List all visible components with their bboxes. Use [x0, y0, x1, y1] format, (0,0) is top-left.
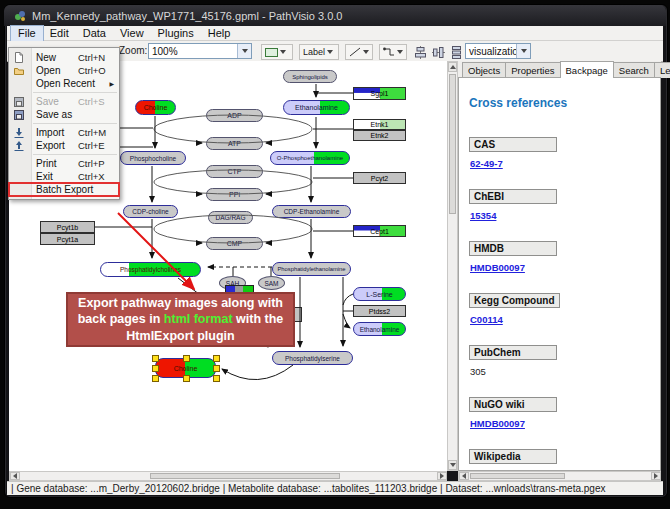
status-bar: | Gene database: ...m_Derby_20120602.bri…	[7, 481, 663, 495]
pathway-node-choline-top[interactable]: Choline	[135, 100, 176, 115]
tab-backpage[interactable]: Backpage	[560, 61, 614, 78]
line-tool-button[interactable]	[345, 44, 373, 60]
selection-handle[interactable]	[213, 375, 220, 382]
tab-objects[interactable]: Objects	[462, 62, 506, 78]
tab-legend[interactable]: Legend	[654, 62, 670, 78]
file-menu-item-open-recent[interactable]: Open Recent▶	[9, 77, 119, 90]
menubar-item-help[interactable]: Help	[201, 26, 238, 41]
scroll-right-icon[interactable]	[437, 472, 447, 480]
file-menu-item-save[interactable]: SaveCtrl+S	[9, 95, 119, 108]
vertical-scroll-thumb[interactable]	[449, 74, 456, 214]
menu-shortcut: Ctrl+N	[78, 52, 114, 63]
panel-scroll-left-icon[interactable]	[459, 472, 469, 480]
tab-search[interactable]: Search	[613, 62, 655, 78]
stack-vertical-button[interactable]	[447, 44, 465, 60]
menubar-item-edit[interactable]: Edit	[43, 26, 76, 41]
blank-icon	[13, 77, 27, 90]
pathway-node-phosphatidylcholines[interactable]: Phosphatidylcholines	[100, 262, 201, 277]
xref-header-wikipedia: Wikipedia	[469, 449, 557, 464]
file-menu-item-new[interactable]: NewCtrl+N	[9, 51, 119, 64]
menu-item-label: Save as	[36, 109, 78, 120]
pathway-node-cdp-choline[interactable]: CDP-choline	[123, 205, 178, 218]
pathway-node-phosphocholine[interactable]: Phosphocholine	[120, 151, 186, 165]
pathway-node-cmp[interactable]: CMP	[206, 237, 263, 250]
title-bar[interactable]: Mm_Kennedy_pathway_WP1771_45176.gpml - P…	[4, 5, 666, 26]
visualization-dropdown-icon[interactable]	[516, 44, 530, 58]
zoom-combobox[interactable]: 100%	[148, 43, 252, 59]
xref-value-cas[interactable]: 62-49-7	[470, 158, 503, 169]
pathway-node-sphingolipids[interactable]: Sphingolipids	[283, 70, 337, 83]
xref-header-cas: CAS	[469, 137, 557, 152]
scroll-left-icon[interactable]	[10, 472, 20, 480]
horizontal-scroll-thumb[interactable]	[150, 473, 340, 479]
menubar-item-view[interactable]: View	[113, 26, 151, 41]
annotation-callout: Export pathway images along with back pa…	[66, 292, 295, 347]
pathway-node-ctp[interactable]: CTP	[206, 165, 263, 178]
file-menu-item-export[interactable]: ExportCtrl+E	[9, 139, 119, 152]
side-panel: ObjectsPropertiesBackpageSearchLegend Cr…	[458, 61, 661, 471]
file-menu-item-batch-export[interactable]: Batch Export	[9, 183, 119, 196]
panel-scroll-thumb[interactable]	[470, 473, 565, 479]
pathway-node-etnk2[interactable]: Etnk2	[353, 130, 406, 141]
pathway-node-pcyt1b[interactable]: Pcyt1b	[40, 221, 95, 233]
xref-value-chebi[interactable]: 15354	[470, 210, 496, 221]
selection-handle[interactable]	[152, 365, 159, 372]
xref-value-nugo-wiki[interactable]: HMDB00097	[470, 418, 525, 429]
connector-tool-button[interactable]	[379, 44, 407, 60]
selection-handle[interactable]	[213, 355, 220, 362]
visualization-combobox[interactable]: visualization	[465, 43, 531, 59]
pathway-node-ethanolamine-top[interactable]: Ethanolamine	[283, 100, 350, 115]
pathway-node-ppi[interactable]: PPi	[206, 188, 263, 201]
pathway-node-ethanolamine-low[interactable]: Ethanolamine	[353, 322, 406, 336]
file-menu-item-print[interactable]: PrintCtrl+P	[9, 157, 119, 170]
panel-scroll-right-icon[interactable]	[651, 472, 661, 480]
scroll-up-icon[interactable]	[448, 62, 457, 72]
pathway-node-sgpl1[interactable]: Sgpl1	[353, 87, 406, 100]
connector-icon	[383, 47, 395, 57]
canvas-vertical-scrollbar[interactable]	[447, 61, 458, 471]
menubar-item-file[interactable]: File	[11, 26, 43, 41]
xref-value-hmdb[interactable]: HMDB00097	[470, 262, 525, 273]
pathway-node-ptdss2[interactable]: Ptdss2	[353, 305, 406, 317]
selection-handle[interactable]	[152, 355, 159, 362]
pathway-node-pcyt1a[interactable]: Pcyt1a	[40, 233, 95, 245]
tab-properties[interactable]: Properties	[505, 62, 560, 78]
file-menu-item-save-as[interactable]: Save as	[9, 108, 119, 121]
selection-handle[interactable]	[183, 375, 190, 382]
pathway-node-dag[interactable]: DAG/RAG	[208, 211, 253, 224]
side-panel-tabs: ObjectsPropertiesBackpageSearchLegend	[458, 61, 661, 78]
import-icon	[13, 126, 27, 139]
pathway-node-phosphatidylserine[interactable]: Phosphatidylserine	[272, 351, 353, 365]
file-menu-item-open[interactable]: OpenCtrl+O	[9, 64, 119, 77]
pathway-node-pcyt2[interactable]: Pcyt2	[353, 172, 406, 184]
menubar-item-data[interactable]: Data	[76, 26, 113, 41]
pathway-node-o-phosphoethanolamine[interactable]: O-Phosphoethanolamine	[270, 151, 350, 165]
selection-handle[interactable]	[152, 375, 159, 382]
label-tool-button[interactable]: Label	[299, 44, 339, 60]
menu-shortcut: Ctrl+P	[78, 158, 114, 169]
file-menu-item-exit[interactable]: ExitCtrl+X	[9, 170, 119, 183]
pathway-node-adp[interactable]: ADP	[206, 109, 263, 122]
canvas-horizontal-scrollbar[interactable]	[9, 471, 447, 481]
gene-tool-button[interactable]	[261, 44, 293, 60]
file-menu-item-import[interactable]: ImportCtrl+M	[9, 126, 119, 139]
scroll-down-icon[interactable]	[448, 460, 457, 470]
pathway-node-l-serine[interactable]: L-Serine	[353, 287, 406, 301]
xref-header-chebi: ChEBI	[469, 189, 557, 204]
panel-horizontal-scrollbar[interactable]	[458, 471, 661, 481]
pathway-node-phosphatidylethanolamine[interactable]: Phosphatidylethanolamine	[272, 262, 351, 276]
selection-handle[interactable]	[213, 365, 220, 372]
line-tool-dropdown-icon	[363, 50, 369, 54]
pathway-node-cept1[interactable]: Cept1	[353, 225, 406, 237]
align-center-button[interactable]	[411, 44, 429, 60]
zoom-dropdown-icon[interactable]	[237, 44, 251, 58]
menubar-item-plugins[interactable]: Plugins	[151, 26, 201, 41]
xref-value-kegg-compound[interactable]: C00114	[470, 314, 503, 325]
xref-header-nugo-wiki: NuGO wiki	[469, 397, 557, 412]
align-middle-button[interactable]	[429, 44, 447, 60]
pathway-node-cdp-ethanolamine[interactable]: CDP-Ethanolamine	[272, 205, 351, 218]
selection-handle[interactable]	[183, 355, 190, 362]
pathway-node-etnk1[interactable]: Etnk1	[353, 119, 406, 130]
pathway-node-sam[interactable]: SAM	[258, 276, 285, 290]
pathway-node-atp[interactable]: ATP	[206, 137, 263, 150]
